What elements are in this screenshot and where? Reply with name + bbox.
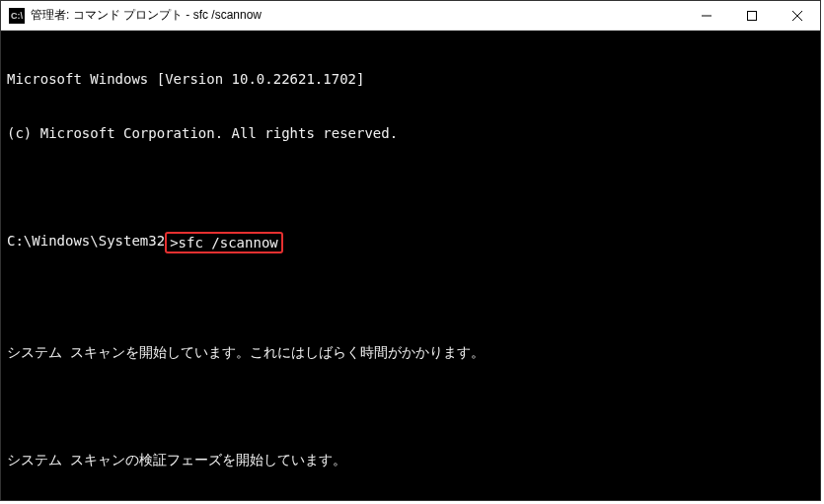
- close-button[interactable]: [775, 1, 820, 30]
- output-line-1: システム スキャンを開始しています。これにはしばらく時間がかかります。: [7, 343, 814, 361]
- svg-rect-1: [748, 11, 757, 20]
- cmd-icon-text: C:\: [11, 11, 23, 21]
- prompt-symbol: >: [170, 235, 178, 251]
- close-icon: [792, 11, 802, 21]
- command-highlight: >sfc /scannow: [165, 232, 283, 253]
- blank-line: [7, 397, 814, 415]
- version-line: Microsoft Windows [Version 10.0.22621.17…: [7, 70, 814, 88]
- titlebar[interactable]: C:\ 管理者: コマンド プロンプト - sfc /scannow: [1, 1, 820, 31]
- minimize-button[interactable]: [684, 1, 729, 30]
- blank-line: [7, 179, 814, 196]
- output-line-2: システム スキャンの検証フェーズを開始しています。: [7, 451, 814, 468]
- cmd-icon: C:\: [9, 8, 25, 24]
- terminal-area[interactable]: Microsoft Windows [Version 10.0.22621.17…: [1, 31, 820, 500]
- window-controls: [684, 1, 820, 30]
- blank-line: [7, 290, 814, 308]
- maximize-icon: [747, 11, 757, 21]
- prompt-line: C:\Windows\System32>sfc /scannow: [7, 232, 814, 253]
- minimize-icon: [702, 11, 712, 21]
- maximize-button[interactable]: [729, 1, 775, 30]
- copyright-line: (c) Microsoft Corporation. All rights re…: [7, 124, 814, 142]
- prompt-path: C:\Windows\System32: [7, 232, 165, 250]
- command-prompt-window: C:\ 管理者: コマンド プロンプト - sfc /scannow: [0, 0, 821, 501]
- window-title: 管理者: コマンド プロンプト - sfc /scannow: [31, 7, 684, 24]
- command-text: sfc /scannow: [179, 235, 278, 251]
